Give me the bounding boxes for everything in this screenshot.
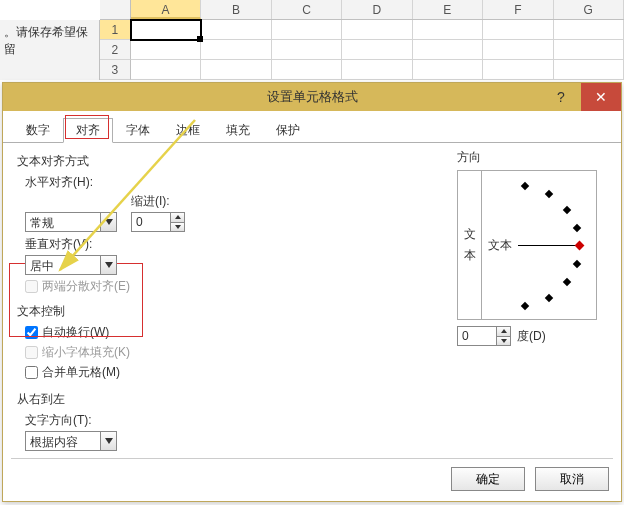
tab-font[interactable]: 字体 [113,118,163,143]
orientation-group: 方向 文 本 文本 [457,149,607,346]
merge-cells-row[interactable]: 合并单元格(M) [25,364,607,381]
tab-bar: 数字 对齐 字体 边框 填充 保护 [3,117,621,143]
orientation-arc[interactable]: 文本 [482,171,596,319]
cell[interactable] [483,40,553,60]
col-header[interactable]: B [201,0,271,19]
close-button[interactable]: ✕ [581,83,621,111]
cell-a1[interactable] [131,20,201,40]
justify-distributed-checkbox [25,280,38,293]
tab-fill[interactable]: 填充 [213,118,263,143]
col-header[interactable]: C [272,0,342,19]
vertical-text-char: 本 [464,247,476,264]
dialog-separator [11,458,613,459]
cell[interactable] [483,20,553,40]
row-header[interactable]: 3 [100,60,131,80]
tab-alignment[interactable]: 对齐 [63,118,113,143]
chevron-down-icon [100,432,116,450]
tab-border[interactable]: 边框 [163,118,213,143]
cell[interactable] [413,20,483,40]
col-header[interactable]: D [342,0,412,19]
shrink-to-fit-label: 缩小字体填充(K) [42,344,130,361]
dialog-title: 设置单元格格式 [267,88,358,106]
left-note-panel: 。请保存希望保留 [0,20,100,80]
chevron-down-icon [100,256,116,274]
merge-cells-checkbox[interactable] [25,366,38,379]
orientation-dial[interactable]: 文 本 文本 [457,170,597,320]
orientation-pointer-label: 文本 [488,237,512,254]
col-header[interactable]: G [554,0,624,19]
cell[interactable] [554,60,624,80]
cell[interactable] [272,40,342,60]
cell[interactable] [272,60,342,80]
cell[interactable] [272,20,342,40]
spinner-up-icon[interactable] [497,327,510,337]
rtl-group-title: 从右到左 [17,391,607,408]
orientation-pointer-line [518,245,576,246]
cell[interactable] [554,40,624,60]
merge-cells-label: 合并单元格(M) [42,364,120,381]
col-header[interactable]: F [483,0,553,19]
indent-spinner[interactable]: 0 [131,212,185,232]
shrink-to-fit-row: 缩小字体填充(K) [25,344,607,361]
orientation-group-title: 方向 [457,149,607,166]
spinner-down-icon[interactable] [497,337,510,346]
cell[interactable] [413,60,483,80]
row-header[interactable]: 1 [100,20,131,40]
cell[interactable] [413,40,483,60]
select-all-corner[interactable] [100,0,131,19]
degrees-spinner[interactable]: 0 [457,326,511,346]
help-button[interactable]: ? [541,83,581,111]
cell[interactable] [131,40,201,60]
spreadsheet-backdrop: A B C D E F G 1 2 3 。请保存希望保留 [0,0,624,85]
justify-distributed-label: 两端分散对齐(E) [42,278,130,295]
tab-protection[interactable]: 保护 [263,118,313,143]
cell[interactable] [483,60,553,80]
cell[interactable] [131,60,201,80]
dialog-body: 文本对齐方式 水平对齐(H): 常规 缩进(I): 0 [3,143,621,463]
indent-label: 缩进(I): [131,193,185,210]
indent-value: 0 [132,213,170,231]
spinner-up-icon[interactable] [171,213,184,223]
col-header[interactable]: A [131,0,201,19]
vertical-align-combo[interactable]: 居中 [25,255,117,275]
horizontal-align-combo[interactable]: 常规 [25,212,117,232]
spinner-down-icon[interactable] [171,223,184,232]
cancel-button[interactable]: 取消 [535,467,609,491]
col-header[interactable]: E [413,0,483,19]
ok-button[interactable]: 确定 [451,467,525,491]
text-direction-combo[interactable]: 根据内容 [25,431,117,451]
cell[interactable] [201,40,271,60]
cell[interactable] [342,40,412,60]
chevron-down-icon [100,213,116,231]
cell[interactable] [554,20,624,40]
vertical-text-char: 文 [464,226,476,243]
wrap-text-checkbox[interactable] [25,326,38,339]
cell[interactable] [201,20,271,40]
cell[interactable] [342,20,412,40]
degrees-value: 0 [458,327,496,345]
degrees-label: 度(D) [517,328,546,345]
tab-number[interactable]: 数字 [13,118,63,143]
text-direction-label: 文字方向(T): [25,412,607,429]
orientation-pointer-dot [575,241,585,251]
vertical-text-button[interactable]: 文 本 [458,171,482,319]
row-header[interactable]: 2 [100,40,131,60]
cell[interactable] [201,60,271,80]
dialog-titlebar[interactable]: 设置单元格格式 ? ✕ [3,83,621,111]
format-cells-dialog: 设置单元格格式 ? ✕ 数字 对齐 字体 边框 填充 保护 文本对齐方式 水平对… [2,82,622,502]
wrap-text-label: 自动换行(W) [42,324,109,341]
cell[interactable] [342,60,412,80]
shrink-to-fit-checkbox [25,346,38,359]
